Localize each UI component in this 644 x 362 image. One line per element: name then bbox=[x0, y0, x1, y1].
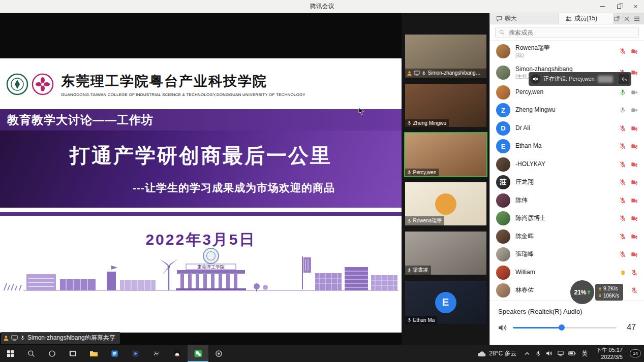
tray-battery-button[interactable] bbox=[566, 345, 577, 362]
member-text: 林春佑 bbox=[515, 287, 534, 294]
video-tile[interactable]: Rowena瑞華 bbox=[405, 182, 486, 225]
docs-app-icon bbox=[111, 350, 118, 357]
slide-subtitle: ---让学生的学习成果成为市场欢迎的商品 bbox=[0, 181, 402, 195]
volume-value: 47 bbox=[622, 323, 636, 332]
recorder-app-button[interactable] bbox=[208, 345, 229, 362]
member-status-icons bbox=[619, 233, 638, 240]
tile-mic-icon bbox=[407, 268, 412, 273]
member-name: 林春佑 bbox=[515, 287, 534, 294]
cortana-button[interactable] bbox=[42, 345, 63, 362]
volume-percent: 21% bbox=[574, 289, 586, 296]
member-name: William bbox=[515, 269, 535, 276]
media-app-button[interactable] bbox=[146, 345, 167, 362]
video-tile[interactable]: Simon-zhangshibang的... bbox=[405, 35, 486, 78]
window-title: 腾讯会议 bbox=[0, 2, 644, 11]
tile-name: Percy,wen bbox=[413, 170, 437, 175]
mic-status-icon bbox=[619, 179, 626, 186]
tile-label: Rowena瑞華 bbox=[405, 216, 445, 225]
minimize-button[interactable] bbox=[594, 0, 610, 13]
docs-app-button[interactable] bbox=[104, 345, 125, 362]
member-name: 陈尚彦博士 bbox=[515, 215, 546, 222]
tray-network-button[interactable] bbox=[555, 345, 566, 362]
member-status-icons bbox=[619, 251, 638, 258]
video-tile[interactable]: 梁書凌 bbox=[405, 232, 486, 275]
member-role: (我) bbox=[515, 52, 550, 58]
popout-icon[interactable] bbox=[614, 16, 620, 21]
member-name: 陈伟 bbox=[515, 197, 528, 204]
network-speed-pill: 9.2K/s 106K/s bbox=[595, 284, 623, 301]
member-avatar bbox=[496, 157, 510, 172]
notification-badge[interactable]: 14 bbox=[630, 349, 641, 357]
file-explorer-button[interactable] bbox=[83, 345, 104, 362]
member-row[interactable]: D Dr Ali bbox=[490, 119, 644, 138]
member-row[interactable]: William bbox=[490, 264, 644, 282]
member-row[interactable]: Percy,wen bbox=[490, 83, 644, 102]
slide-header: 东莞理工学院粤台产业科技学院 GUANGDONG-TAIWAN COLLEGE … bbox=[0, 58, 402, 105]
language-indicator[interactable]: 英 bbox=[577, 345, 592, 362]
member-avatar: Z bbox=[496, 103, 510, 117]
video-app-button[interactable] bbox=[125, 345, 146, 362]
member-status-icons bbox=[619, 48, 638, 55]
tencent-meeting-window: 腾讯会议 × bbox=[0, 0, 644, 362]
panel-close-icon[interactable] bbox=[624, 16, 629, 21]
member-avatar bbox=[496, 44, 510, 58]
member-row[interactable]: Z Zheng Mingwu bbox=[490, 102, 644, 120]
mic-status-icon bbox=[619, 233, 626, 240]
tile-label: Simon-zhangshibang的... bbox=[405, 69, 486, 78]
member-name: Rowena瑞華 bbox=[515, 45, 550, 52]
member-row[interactable]: 陈伟 bbox=[490, 191, 644, 210]
volume-icon[interactable] bbox=[498, 323, 508, 332]
member-text: 陈尚彦博士 bbox=[515, 215, 546, 222]
taskbar-clock[interactable]: 下午 05:17 2022/3/5 bbox=[592, 346, 627, 361]
qq-app-button[interactable] bbox=[167, 345, 188, 362]
restore-button[interactable] bbox=[610, 0, 627, 13]
search-icon bbox=[499, 29, 505, 35]
clock-date: 2022/3/5 bbox=[596, 353, 623, 360]
member-row[interactable]: -HOLYKAY bbox=[490, 155, 644, 174]
video-strip: Simon-zhangshibang的... Zheng Mingwu Perc… bbox=[402, 13, 489, 345]
member-row[interactable]: 陈金晖 bbox=[490, 227, 644, 246]
video-tile[interactable]: Percy,wen bbox=[405, 133, 486, 176]
panel-menu-icon[interactable] bbox=[634, 16, 640, 21]
speaking-toast-text: 正在讲话: Percy,wen bbox=[543, 75, 595, 83]
taskbar-apps bbox=[0, 345, 229, 362]
start-button[interactable] bbox=[0, 345, 21, 362]
tile-name: 梁書凌 bbox=[413, 267, 428, 274]
member-row[interactable]: 陈尚彦博士 bbox=[490, 210, 644, 228]
task-view-button[interactable] bbox=[63, 345, 83, 362]
member-search-input[interactable] bbox=[495, 27, 639, 38]
wechat-app-button[interactable] bbox=[188, 345, 208, 362]
camera-status-icon bbox=[631, 48, 638, 55]
reply-button[interactable] bbox=[619, 74, 629, 84]
tray-mic-button[interactable] bbox=[533, 345, 544, 362]
tile-mic-icon bbox=[407, 218, 412, 224]
member-row[interactable]: Rowena瑞華 (我) bbox=[490, 41, 644, 62]
tab-chat[interactable]: 聊天 bbox=[490, 13, 559, 24]
member-row[interactable]: 張瑞峰 bbox=[490, 246, 644, 264]
tile-name: Zheng Mingwu bbox=[413, 120, 447, 126]
member-text: 陈伟 bbox=[515, 197, 528, 204]
tab-members[interactable]: 成员(15) bbox=[559, 13, 614, 24]
weather-widget[interactable]: 28°C 多云 bbox=[472, 345, 522, 362]
hidden-icons-button[interactable] bbox=[522, 345, 533, 362]
member-avatar: E bbox=[496, 139, 510, 153]
camera-status-icon bbox=[631, 89, 638, 96]
upload-arrow-icon bbox=[598, 287, 602, 291]
close-button[interactable]: × bbox=[627, 0, 644, 13]
tray-volume-button[interactable] bbox=[544, 345, 555, 362]
system-tray: 28°C 多云 英 下午 05:17 2022/3/5 14 bbox=[472, 345, 644, 362]
member-row[interactable]: E Ethan Ma bbox=[490, 138, 644, 156]
mouse-cursor bbox=[358, 107, 365, 115]
taskbar-search-button[interactable] bbox=[21, 345, 42, 362]
camera-status-icon bbox=[631, 69, 638, 76]
presentation-slide: 东莞理工学院粤台产业科技学院 GUANGDONG-TAIWAN COLLEGE … bbox=[0, 58, 402, 333]
volume-handle[interactable] bbox=[559, 324, 565, 331]
speaker-icon bbox=[531, 74, 540, 84]
member-text: Dr Ali bbox=[515, 125, 530, 132]
screen-share-icon bbox=[11, 335, 18, 341]
member-row[interactable]: 莊 庄龙翔 bbox=[490, 174, 644, 192]
video-tile[interactable]: Zheng Mingwu bbox=[405, 84, 486, 127]
member-text: Rowena瑞華 (我) bbox=[515, 45, 550, 58]
volume-slider[interactable] bbox=[513, 324, 617, 331]
video-tile[interactable]: E Ethan Ma bbox=[405, 281, 486, 324]
